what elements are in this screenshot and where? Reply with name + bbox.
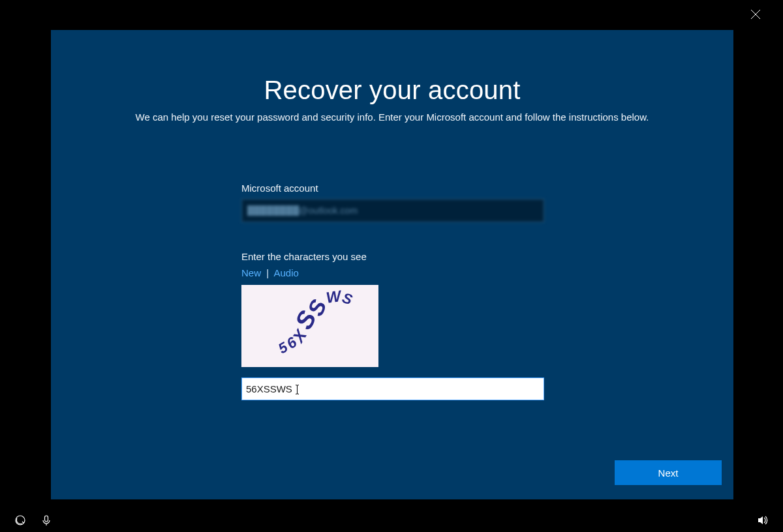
window-root: Recover your account We can help you res… <box>0 0 783 532</box>
svg-rect-11 <box>45 516 48 522</box>
page-title: Recover your account <box>51 76 733 105</box>
recover-panel: Recover your account We can help you res… <box>51 30 733 499</box>
captcha-input[interactable] <box>241 377 544 400</box>
captcha-audio-link[interactable]: Audio <box>273 267 298 278</box>
svg-point-10 <box>16 516 25 525</box>
captcha-links: New | Audio <box>241 267 544 278</box>
captcha-image: 5 6 X S S W S <box>241 285 378 367</box>
account-label: Microsoft account <box>241 183 544 194</box>
svg-marker-13 <box>758 516 763 524</box>
captcha-new-link[interactable]: New <box>241 267 261 278</box>
captcha-sep: | <box>266 267 269 278</box>
page-subtitle: We can help you reset your password and … <box>51 111 733 123</box>
volume-icon[interactable] <box>757 514 769 526</box>
next-button[interactable]: Next <box>615 460 722 485</box>
ease-of-access-icon[interactable] <box>14 514 26 526</box>
close-icon[interactable] <box>750 9 763 22</box>
account-input[interactable] <box>241 199 544 222</box>
svg-text:S: S <box>340 289 354 308</box>
recover-form: Microsoft account Enter the characters y… <box>241 183 544 400</box>
dictation-icon[interactable] <box>40 514 52 526</box>
captcha-label: Enter the characters you see <box>241 251 544 262</box>
taskbar <box>0 509 783 532</box>
